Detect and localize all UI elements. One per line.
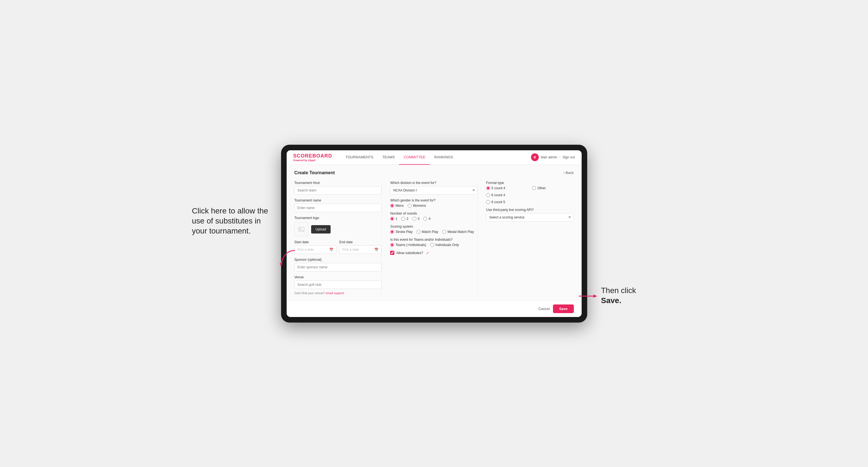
format-group: Format type 5 count 4 Other: [486, 181, 574, 204]
avatar: B: [531, 153, 539, 161]
annotation-left: Click here to allow the use of substitut…: [192, 206, 270, 236]
round-1[interactable]: 1: [390, 217, 397, 221]
individuals-only[interactable]: Individuals Only: [430, 243, 459, 247]
substitutes-checkbox-item[interactable]: Allow substitutes? ✓: [390, 251, 477, 255]
nav-items: TOURNAMENTS TEAMS COMMITTEE RANKINGS: [341, 150, 531, 164]
round-2[interactable]: 2: [401, 217, 408, 221]
form-left-column: Tournament Host Tournament name Tourname…: [294, 181, 382, 295]
venue-input[interactable]: [294, 281, 382, 289]
round-4[interactable]: 4: [423, 217, 431, 221]
nav-right: B blair admin | Sign out: [531, 153, 575, 161]
scoring-service-select[interactable]: Select a scoring service: [486, 213, 574, 221]
gender-mens[interactable]: Mens: [390, 204, 404, 208]
gender-radio-group: Mens Womens: [390, 204, 477, 208]
tournament-logo-label: Tournament logo: [294, 216, 382, 220]
date-row: Start date Pick a date 📅 End date Pick a…: [294, 240, 382, 254]
calendar-icon-start: 📅: [329, 248, 333, 252]
tournament-host-label: Tournament Host: [294, 181, 382, 185]
division-group: Which division is the event for? NCAA Di…: [390, 181, 477, 194]
annotation-right: Then click Save.: [601, 285, 665, 306]
svg-marker-1: [593, 294, 597, 298]
checkbox-checkmark-indicator: ✓: [426, 251, 429, 255]
nav-username: blair admin: [541, 155, 557, 159]
start-date-group: Start date Pick a date 📅: [294, 240, 337, 254]
sponsor-group: Sponsor (optional): [294, 258, 382, 271]
upload-button[interactable]: Upload: [311, 225, 331, 234]
nav-item-teams[interactable]: TEAMS: [378, 150, 399, 165]
logo-placeholder: [294, 222, 308, 236]
cancel-button[interactable]: Cancel: [538, 307, 550, 311]
start-date-label: Start date: [294, 240, 337, 244]
tablet-screen: SCOREBOARD Powered by clippd TOURNAMENTS…: [287, 150, 582, 317]
division-select[interactable]: NCAA Division I NCAA Division II NCAA Di…: [390, 186, 477, 194]
end-date-group: End date Pick a date 📅: [339, 240, 381, 254]
scoring-radio-group: Stroke Play Match Play Medal Match Play: [390, 230, 477, 234]
tournament-logo-group: Tournament logo Upload: [294, 216, 382, 236]
division-label: Which division is the event for?: [390, 181, 477, 185]
gender-label: Which gender is the event for?: [390, 198, 477, 202]
start-date-input[interactable]: Pick a date 📅: [294, 246, 337, 254]
nav-bar: SCOREBOARD Powered by clippd TOURNAMENTS…: [287, 150, 582, 165]
calendar-icon-end: 📅: [374, 248, 378, 252]
page-header: Create Tournament Back: [294, 170, 574, 175]
format-label: Format type: [486, 181, 574, 185]
scoring-api-label: Use third-party live scoring API?: [486, 208, 574, 212]
rounds-label: Number of rounds: [390, 212, 477, 215]
save-button[interactable]: Save: [553, 305, 574, 313]
svg-point-3: [300, 228, 301, 229]
substitutes-checkbox[interactable]: [390, 251, 394, 255]
form-grid: Tournament Host Tournament name Tourname…: [294, 181, 574, 295]
tablet-frame: SCOREBOARD Powered by clippd TOURNAMENTS…: [281, 145, 587, 322]
page-footer: Cancel Save: [287, 300, 582, 317]
scoring-stroke[interactable]: Stroke Play: [390, 230, 412, 234]
image-icon: [298, 227, 305, 232]
format-6count4[interactable]: 6 count 4: [486, 192, 528, 198]
nav-item-rankings[interactable]: RANKINGS: [430, 150, 458, 165]
form-middle-column: Which division is the event for? NCAA Di…: [390, 181, 478, 295]
round-3[interactable]: 3: [412, 217, 420, 221]
venue-group: Venue Can't find your venue? email suppo…: [294, 275, 382, 295]
page-title: Create Tournament: [294, 170, 335, 175]
scoring-api-group: Use third-party live scoring API? Select…: [486, 208, 574, 221]
scoring-medal[interactable]: Medal Match Play: [442, 230, 474, 234]
tournament-host-group: Tournament Host: [294, 181, 382, 194]
scoring-label: Scoring system: [390, 225, 477, 228]
page-content: Create Tournament Back Tournament Host T…: [287, 165, 582, 300]
nav-item-committee[interactable]: COMMITTEE: [399, 150, 430, 165]
end-date-input[interactable]: Pick a date 📅: [339, 246, 381, 254]
end-date-label: End date: [339, 240, 381, 244]
gender-womens[interactable]: Womens: [408, 204, 426, 208]
sponsor-input[interactable]: [294, 263, 382, 271]
tournament-name-group: Tournament name: [294, 198, 382, 212]
format-other[interactable]: Other: [532, 186, 574, 190]
scoring-match[interactable]: Match Play: [416, 230, 438, 234]
format-6count5[interactable]: 6 count 5: [486, 200, 528, 204]
rounds-radio-group: 1 2 3: [390, 217, 477, 221]
nav-logo: SCOREBOARD Powered by clippd: [293, 153, 332, 162]
substitutes-group: Allow substitutes? ✓: [390, 251, 477, 255]
logo-upload-area: Upload: [294, 222, 382, 236]
rounds-group: Number of rounds 1 2: [390, 212, 477, 221]
sponsor-label: Sponsor (optional): [294, 258, 382, 261]
email-support-link[interactable]: email support: [326, 291, 344, 295]
gender-group: Which gender is the event for? Mens Wome…: [390, 198, 477, 208]
teams-with-individuals[interactable]: Teams (+Individuals): [390, 243, 426, 247]
form-right-column: Format type 5 count 4 Other: [486, 181, 574, 295]
teams-group: Is this event for Teams and/or Individua…: [390, 238, 477, 247]
nav-item-tournaments[interactable]: TOURNAMENTS: [341, 150, 378, 165]
format-5count4[interactable]: 5 count 4: [486, 186, 528, 190]
format-options-grid: 5 count 4 Other 6 count 4: [486, 186, 574, 204]
venue-hint: Can't find your venue? email support: [294, 291, 382, 295]
tournament-host-input[interactable]: [294, 186, 382, 194]
venue-label: Venue: [294, 275, 382, 279]
tournament-name-input[interactable]: [294, 204, 382, 212]
teams-label: Is this event for Teams and/or Individua…: [390, 238, 477, 242]
teams-radio-group: Teams (+Individuals) Individuals Only: [390, 243, 477, 247]
sign-out-link[interactable]: Sign out: [562, 155, 575, 159]
tournament-name-label: Tournament name: [294, 198, 382, 202]
back-link[interactable]: Back: [563, 170, 574, 175]
substitutes-label: Allow substitutes?: [396, 251, 423, 255]
scoring-group: Scoring system Stroke Play Match Play: [390, 225, 477, 234]
